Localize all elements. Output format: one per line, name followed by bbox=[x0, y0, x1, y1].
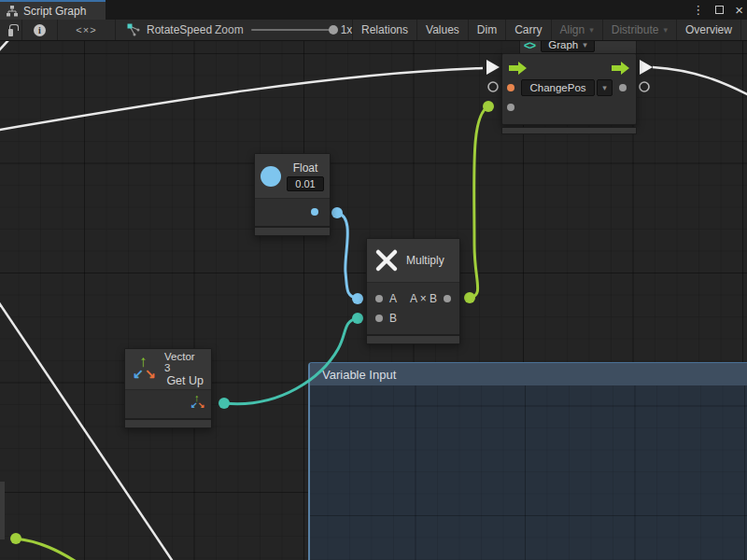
multiply-node[interactable]: Multiply A A × B B bbox=[366, 238, 460, 344]
float-node-body bbox=[255, 199, 330, 226]
graph-breadcrumb[interactable]: RotateSpeed bbox=[116, 20, 220, 40]
toolbar-button-relations[interactable]: Relations bbox=[353, 20, 417, 40]
float-output-port[interactable] bbox=[311, 208, 318, 216]
wire-endpoint-teal-left[interactable] bbox=[218, 398, 230, 409]
float-value-field[interactable]: 0.01 bbox=[287, 176, 324, 191]
toolbar-button-distribute[interactable]: Distribute▾ bbox=[603, 20, 677, 40]
multiply-icon bbox=[374, 248, 399, 273]
zoom-slider-handle[interactable] bbox=[329, 25, 338, 35]
graph-canvas[interactable]: Variable Input <> bbox=[0, 41, 747, 560]
info-button[interactable]: i bbox=[22, 20, 58, 40]
lock-button[interactable] bbox=[0, 20, 22, 40]
chevron-down-icon: ▾ bbox=[602, 83, 607, 92]
group-body bbox=[310, 385, 747, 560]
wire-endpoint-green-bottom[interactable] bbox=[464, 292, 475, 303]
zoom-value: 1x bbox=[341, 23, 353, 36]
graph-node-footer bbox=[501, 127, 637, 134]
vector3-output-port[interactable]: ↑ ↙ ↘ bbox=[190, 394, 205, 413]
tab-bar: Script Graph ⋮ × bbox=[0, 0, 747, 20]
wire-endpoint-green-top[interactable] bbox=[483, 101, 494, 112]
graph-asset-icon bbox=[127, 23, 140, 36]
chevron-down-icon: ▾ bbox=[663, 25, 668, 35]
chevron-down-icon: ▾ bbox=[583, 41, 587, 49]
group-variable-input[interactable]: Variable Input bbox=[308, 362, 747, 560]
variable-dropdown-caret[interactable]: ▾ bbox=[597, 79, 613, 96]
flow-arrow-in-icon[interactable] bbox=[509, 62, 527, 75]
maximize-icon[interactable] bbox=[715, 6, 724, 14]
wire-endpoint-blue-top[interactable] bbox=[331, 207, 343, 218]
vector3-node-title: Vector 3 bbox=[164, 351, 204, 373]
multiply-input-b-label: B bbox=[389, 312, 397, 325]
wire-flow-out bbox=[653, 67, 747, 97]
zoom-label: Zoom bbox=[215, 23, 244, 36]
chevron-down-icon: ▾ bbox=[589, 25, 594, 35]
graph-node-body[interactable]: ChangePos ▾ bbox=[501, 53, 637, 125]
offscreen-node-edge[interactable] bbox=[0, 482, 5, 539]
multiply-output-label: A × B bbox=[410, 292, 437, 305]
wire-clipped-topleft bbox=[0, 41, 8, 51]
group-title: Variable Input bbox=[322, 368, 396, 382]
graph-hierarchy-icon bbox=[7, 6, 18, 17]
code-icon: <×> bbox=[76, 24, 96, 35]
vector3-node-footer bbox=[125, 418, 211, 427]
vector3-node-body: ↑ ↙ ↘ bbox=[125, 390, 211, 418]
group-header[interactable]: Variable Input bbox=[310, 363, 747, 385]
lock-icon bbox=[8, 29, 13, 36]
multiply-node-footer bbox=[367, 334, 459, 343]
value-port-hollow-left[interactable] bbox=[488, 82, 498, 91]
wire-endpoint-teal-right[interactable] bbox=[352, 313, 363, 324]
wire-diagonal bbox=[0, 299, 176, 560]
wire-flow-in bbox=[0, 68, 483, 131]
zoom-control: Zoom 1x bbox=[207, 20, 359, 40]
multiply-input-a-label: A bbox=[389, 292, 397, 305]
variable-dropdown[interactable]: ChangePos bbox=[521, 79, 595, 96]
tab-title: Script Graph bbox=[23, 5, 86, 18]
variable-output-port[interactable] bbox=[619, 84, 627, 91]
close-icon[interactable]: × bbox=[735, 6, 743, 15]
wire-green-result bbox=[470, 106, 488, 298]
value-port-hollow-right[interactable] bbox=[640, 82, 649, 91]
graph-node-header[interactable]: <> Graph ▾ bbox=[519, 41, 637, 53]
info-icon: i bbox=[34, 24, 46, 36]
toolbar-button-align[interactable]: Align▾ bbox=[552, 20, 603, 40]
variable-value-port[interactable] bbox=[507, 104, 514, 111]
tab-script-graph[interactable]: Script Graph bbox=[0, 0, 106, 20]
wire-green-corner bbox=[16, 539, 82, 560]
flow-arrow-out-icon[interactable] bbox=[612, 62, 629, 75]
script-graph-icon: <> bbox=[524, 41, 535, 52]
zoom-slider[interactable] bbox=[251, 29, 333, 31]
multiply-node-title: Multiply bbox=[406, 254, 444, 267]
multiply-node-body: A A × B B bbox=[367, 283, 459, 334]
window-controls: ⋮ × bbox=[692, 0, 743, 20]
toolbar-button-carry[interactable]: Carry bbox=[506, 20, 551, 40]
graph-name-label: RotateSpeed bbox=[147, 23, 212, 36]
menu-kebab-icon[interactable]: ⋮ bbox=[692, 3, 704, 17]
toolbar-button-values[interactable]: Values bbox=[417, 20, 469, 40]
flow-output-arrow[interactable] bbox=[640, 60, 653, 75]
code-preview-button[interactable]: <×> bbox=[58, 20, 116, 40]
variable-name-port[interactable] bbox=[507, 84, 514, 91]
vector3-getup-node[interactable]: ↑ ↙ ↘ Vector 3 Get Up ↑ ↙ ↘ bbox=[124, 348, 212, 428]
wire-endpoint-blue-bottom[interactable] bbox=[352, 293, 363, 304]
float-node-footer bbox=[255, 226, 330, 235]
multiply-input-b-port[interactable] bbox=[375, 315, 383, 322]
multiply-input-a-port[interactable] bbox=[375, 295, 383, 302]
float-node[interactable]: Float 0.01 bbox=[254, 153, 331, 236]
toolbar-button-overview[interactable]: Overview bbox=[677, 20, 741, 40]
vector3-icon: ↑ ↙ ↘ bbox=[133, 356, 157, 384]
float-icon bbox=[261, 166, 281, 187]
vector3-node-subtitle: Get Up bbox=[166, 374, 204, 387]
wire-endpoint-green-corner[interactable] bbox=[10, 533, 21, 544]
float-node-title: Float bbox=[293, 161, 318, 175]
graph-kind-dropdown[interactable]: Graph ▾ bbox=[541, 41, 595, 52]
toolbar-button-fullscreen[interactable]: Full Screen bbox=[741, 20, 747, 40]
toolbar-button-dim[interactable]: Dim bbox=[469, 20, 506, 40]
flow-input-arrow[interactable] bbox=[486, 60, 500, 75]
graph-toolbar: i <×> RotateSpeed Zoom 1x Relations Valu… bbox=[0, 20, 747, 41]
wire-blue-float bbox=[337, 213, 358, 299]
multiply-output-port[interactable] bbox=[444, 295, 451, 302]
